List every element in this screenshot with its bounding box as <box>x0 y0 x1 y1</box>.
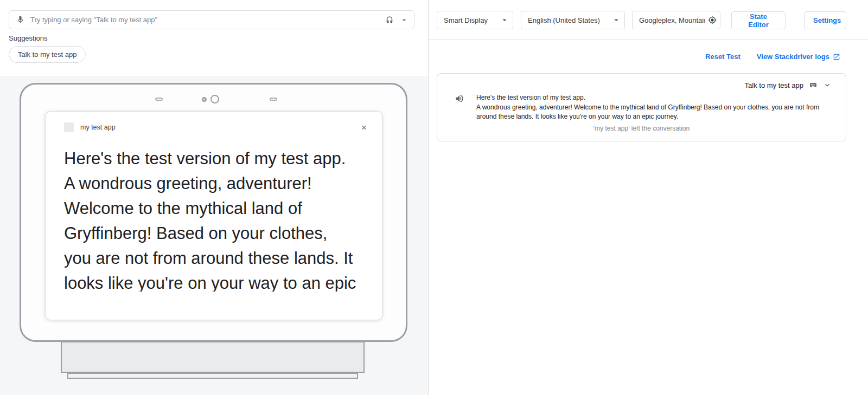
device-app-name: my test app <box>80 124 116 131</box>
query-input[interactable] <box>30 16 379 24</box>
location-field-value: Googleplex, Mountain ... <box>639 16 705 24</box>
assistant-response-row: Here's the test version of my test app. … <box>437 89 846 122</box>
suggestions-label: Suggestions <box>9 34 48 42</box>
smart-display-device: my test app × Here's the test version of… <box>20 83 407 342</box>
microphone-icon[interactable] <box>16 15 25 24</box>
close-icon[interactable]: × <box>361 123 367 132</box>
response-line1: Here's the test version of my test app. <box>476 93 827 103</box>
surface-select-value: Smart Display <box>444 16 488 24</box>
user-query-text: Talk to my test app <box>745 81 803 89</box>
location-field[interactable]: Googleplex, Mountain ... <box>632 11 720 29</box>
conversation-end-text: 'my test app' left the conversation <box>437 122 846 132</box>
state-editor-button[interactable]: State Editor <box>731 11 786 29</box>
device-sensor-icon <box>202 97 207 102</box>
query-input-bar <box>9 10 414 29</box>
view-stackdriver-logs-link[interactable]: View Stackdriver logs <box>757 53 840 61</box>
device-screen-text: Here's the test version of my test app. … <box>64 146 358 292</box>
device-speaker-slot-icon <box>270 98 277 101</box>
device-response-body: A wondrous greeting, adventurer! Welcome… <box>64 171 358 292</box>
language-select[interactable]: English (United States) <box>521 11 625 29</box>
surface-select[interactable]: Smart Display <box>437 11 513 29</box>
device-response-line1: Here's the test version of my test app. <box>64 146 358 171</box>
device-camera-icon <box>210 95 219 103</box>
user-turn-row: Talk to my test app <box>437 74 846 89</box>
test-links-row: Reset Test View Stackdriver logs <box>705 53 840 61</box>
app-logo-placeholder <box>64 122 74 132</box>
conversation-card: Talk to my test app Here's the test vers… <box>437 73 846 141</box>
device-stand <box>61 341 365 373</box>
reset-test-link[interactable]: Reset Test <box>705 53 741 61</box>
audio-caret-icon[interactable] <box>400 16 409 24</box>
my-location-icon <box>708 16 717 24</box>
keyboard-input-icon <box>808 81 818 89</box>
caret-down-icon <box>500 15 509 25</box>
device-screen: my test app × Here's the test version of… <box>45 111 382 320</box>
volume-icon[interactable] <box>455 93 464 103</box>
simulator-input-panel: Suggestions Talk to my test app my test … <box>0 0 429 395</box>
response-line2: A wondrous greeting, adventurer! Welcome… <box>476 103 827 122</box>
device-screen-header: my test app × <box>64 122 367 132</box>
external-link-icon <box>833 53 840 61</box>
device-preview-area: my test app × Here's the test version of… <box>0 76 428 395</box>
device-speaker-slot-icon <box>155 98 163 101</box>
chevron-down-icon[interactable] <box>823 81 832 89</box>
audio-settings-icon[interactable] <box>385 15 394 25</box>
assistant-response-text: Here's the test version of my test app. … <box>476 93 827 122</box>
settings-button[interactable]: Settings <box>804 11 846 29</box>
device-base <box>67 373 358 379</box>
simulator-toolbar: Smart Display English (United States) Go… <box>429 0 868 40</box>
simulator-test-panel: Smart Display English (United States) Go… <box>429 0 868 395</box>
suggestion-chip[interactable]: Talk to my test app <box>9 46 86 63</box>
caret-down-icon <box>611 15 621 25</box>
language-select-value: English (United States) <box>528 16 600 24</box>
